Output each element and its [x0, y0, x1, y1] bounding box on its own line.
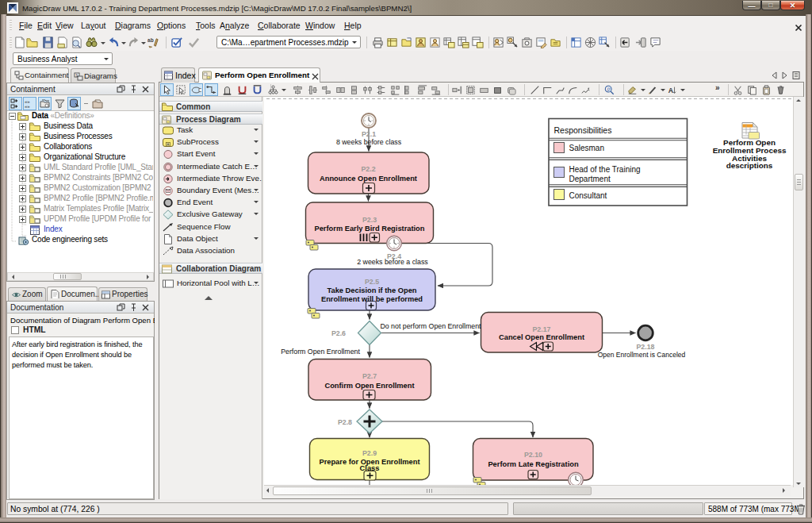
svg-text:⇅: ⇅ [75, 73, 79, 78]
svg-text:P2.18: P2.18 [637, 343, 655, 351]
svg-text:2 weeks before a class: 2 weeks before a class [357, 258, 428, 266]
svg-text:Department: Department [569, 175, 611, 183]
svg-text:Confirm Open Enrollment: Confirm Open Enrollment [324, 382, 414, 390]
svg-text:Perform Open Enrollment: Perform Open Enrollment [281, 348, 360, 356]
svg-text:Perform Late Registration: Perform Late Registration [488, 460, 578, 468]
svg-text:Head of the Training: Head of the Training [569, 165, 641, 174]
svg-text:P2.9: P2.9 [362, 449, 377, 457]
svg-text:P2.10: P2.10 [524, 451, 542, 459]
svg-text:Class: Class [360, 464, 380, 472]
svg-text:Consultant: Consultant [569, 191, 607, 200]
svg-text:P2.7: P2.7 [362, 372, 377, 380]
svg-text:8 weeks before class: 8 weeks before class [336, 138, 402, 146]
svg-text:Announce Open Enrollment: Announce Open Enrollment [320, 175, 417, 183]
svg-text:P2.2: P2.2 [361, 165, 375, 173]
svg-text:P2.8: P2.8 [338, 418, 352, 426]
svg-text:Take Decision if the Open: Take Decision if the Open [327, 286, 417, 294]
svg-text:Enrollment will be performed: Enrollment will be performed [321, 295, 423, 303]
svg-text:descriptions: descriptions [726, 161, 773, 170]
svg-text:P2.17: P2.17 [533, 325, 551, 333]
svg-text:ab: ab [147, 37, 154, 43]
svg-text:Salesman: Salesman [569, 144, 604, 152]
svg-text:Open Enrollment is Canceled: Open Enrollment is Canceled [598, 351, 686, 359]
svg-text:Perform Early Bird Registratio: Perform Early Bird Registration [315, 225, 425, 233]
svg-text:P2.3: P2.3 [362, 216, 377, 224]
svg-text:@: @ [607, 87, 611, 91]
svg-text:Responsibilities: Responsibilities [554, 125, 612, 135]
svg-text:P2.6: P2.6 [331, 329, 346, 337]
svg-text:A: A [668, 87, 674, 94]
svg-text:«»: «» [25, 104, 30, 109]
svg-text:Do not perform Open Enrollment: Do not perform Open Enrollment [380, 322, 481, 330]
svg-text:Cancel Open Enrollment: Cancel Open Enrollment [499, 333, 584, 341]
svg-text:P2.5: P2.5 [365, 278, 379, 286]
svg-text:P2.1: P2.1 [362, 130, 376, 138]
